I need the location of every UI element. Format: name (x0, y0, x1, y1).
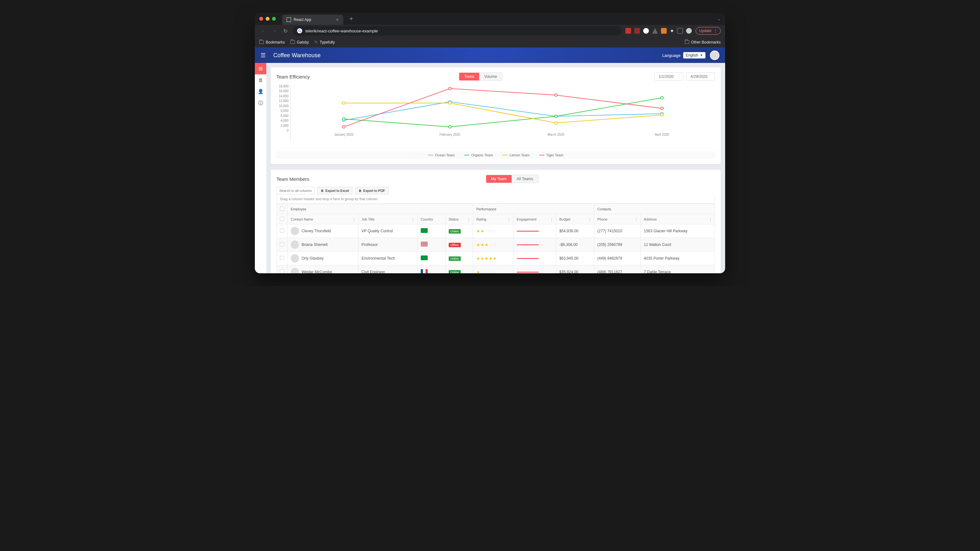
col-address[interactable]: Address⋮ (641, 214, 715, 225)
export-excel-button[interactable]: 🗎Export to Excel (317, 187, 352, 194)
row-checkbox[interactable] (280, 269, 284, 273)
app-root: ☰ Coffee Warehouse Language English ▼ ⊞ … (255, 48, 725, 273)
sidebar-item-info[interactable]: ⓘ (255, 97, 266, 109)
sidebar-item-dashboard[interactable]: ⊞ (255, 63, 266, 74)
job-title: VP Quality Control (358, 225, 417, 238)
date-to-input[interactable]: 4/29/2020 (686, 72, 715, 81)
extension-icon[interactable] (661, 28, 667, 34)
svg-point-10 (555, 122, 557, 124)
job-title: Professor (358, 238, 417, 252)
nav-toolbar: ← → ↻ G telerik/react-coffee-warehouse-e… (255, 25, 725, 37)
search-input[interactable] (277, 187, 315, 194)
date-from-input[interactable]: 1/1/2020 (655, 72, 683, 81)
column-menu-icon[interactable]: ⋮ (411, 217, 415, 222)
group-drop-area[interactable]: Drag a column header and drop it here to… (277, 194, 715, 204)
sidebar-item-calendar[interactable]: 🗓 (255, 74, 266, 86)
column-menu-icon[interactable]: ⋮ (634, 217, 638, 222)
maximize-window-icon[interactable] (272, 17, 276, 21)
profile-avatar-icon[interactable] (686, 28, 692, 34)
employee-avatar (291, 268, 299, 273)
update-button[interactable]: Update ⋮ (695, 27, 721, 35)
row-checkbox[interactable] (280, 242, 284, 246)
device-icon[interactable] (677, 28, 683, 34)
col-status[interactable]: Status⋮ (445, 214, 473, 225)
extensions-menu-icon[interactable]: ✦ (670, 28, 674, 34)
url-text: telerik/react-coffee-warehouse-example (305, 29, 378, 33)
site-icon: G (297, 28, 302, 33)
browser-window: React App × + ⌄ ← → ↻ G telerik/react-co… (255, 13, 725, 273)
tab-list-icon[interactable]: ⌄ (717, 16, 721, 21)
column-menu-icon[interactable]: ⋮ (549, 217, 554, 222)
col-title[interactable]: Job Title⋮ (358, 214, 417, 225)
column-group-header-row: Employee Performance Contacts (277, 204, 715, 214)
bookmark-item[interactable]: ✎Typefully (315, 40, 335, 45)
country-flag-icon (421, 242, 428, 247)
export-pdf-button[interactable]: 🗎Export to PDF (355, 187, 389, 194)
my-team-tab[interactable]: My Team (486, 175, 512, 183)
menu-icon[interactable]: ☰ (261, 52, 266, 59)
user-avatar[interactable] (710, 51, 719, 60)
column-header-row: Contact Name⋮ Job Title⋮ Country Status⋮… (277, 214, 715, 225)
main-content: Team Efficiency Trend Volume 1/1/2020 4/… (266, 63, 725, 273)
column-menu-icon[interactable]: ⋮ (352, 217, 356, 222)
browser-tab[interactable]: React App × (282, 14, 343, 25)
column-menu-icon[interactable]: ⋮ (466, 217, 471, 222)
title-bar: React App × + ⌄ (255, 13, 725, 25)
folder-icon (685, 40, 689, 44)
engagement-bar (517, 244, 539, 245)
svg-point-7 (661, 97, 663, 99)
budget-value: $63,945.00 (556, 252, 594, 265)
col-group-contacts: Contacts (594, 204, 715, 214)
col-phone[interactable]: Phone⋮ (594, 214, 640, 225)
col-budget[interactable]: Budget⋮ (556, 214, 594, 225)
row-checkbox[interactable] (280, 256, 284, 260)
reload-button[interactable]: ↻ (282, 27, 289, 35)
extension-icon[interactable] (652, 28, 658, 34)
url-bar[interactable]: G telerik/react-coffee-warehouse-example (293, 26, 622, 36)
table-row[interactable]: Clevey Thursfield VP Quality Control Onl… (277, 225, 715, 238)
employee-avatar (291, 227, 299, 235)
other-bookmarks[interactable]: Other Bookmarks (685, 40, 721, 45)
table-row[interactable]: Orly Glasbey Environmental Tech Online ★… (277, 252, 715, 265)
close-window-icon[interactable] (259, 17, 263, 21)
trend-tab[interactable]: Trend (459, 73, 479, 80)
col-contact[interactable]: Contact Name⋮ (288, 214, 358, 225)
select-all-checkbox[interactable] (280, 207, 284, 211)
col-engagement[interactable]: Engagement⋮ (513, 214, 556, 225)
all-teams-tab[interactable]: All Teams (512, 175, 538, 183)
col-rating[interactable]: Rating⋮ (473, 214, 513, 225)
forward-button[interactable]: → (271, 27, 278, 35)
phone-value: (449) 8482879 (594, 252, 640, 265)
table-row[interactable]: Briana Shemelt Professor Offline ★★★☆☆ -… (277, 238, 715, 252)
column-menu-icon[interactable]: ⋮ (507, 217, 511, 222)
col-country[interactable]: Country (417, 214, 445, 225)
bookmark-folder[interactable]: Bookmarks (259, 40, 285, 45)
sidebar-item-user[interactable]: 👤 (255, 86, 266, 97)
extension-icon[interactable] (643, 28, 649, 34)
table-row[interactable]: Weidar McCombe Civil Engineer Online ★☆☆… (277, 265, 715, 274)
svg-point-4 (342, 118, 345, 120)
country-flag-icon (421, 255, 428, 260)
minimize-window-icon[interactable] (266, 17, 269, 21)
status-badge: Offline (449, 243, 461, 247)
svg-point-8 (342, 102, 345, 104)
column-menu-icon[interactable]: ⋮ (708, 217, 713, 222)
row-checkbox[interactable] (280, 228, 284, 233)
back-button[interactable]: ← (259, 27, 267, 35)
phone-value: (205) 2560799 (594, 238, 640, 252)
new-tab-button[interactable]: + (350, 15, 353, 22)
volume-tab[interactable]: Volume (479, 73, 502, 80)
close-tab-icon[interactable]: × (336, 17, 339, 22)
select-all-checkbox[interactable] (280, 217, 284, 221)
x-axis: January 2020February 2020March 2020April… (291, 133, 715, 136)
address-value: 4035 Porter Parkway (641, 252, 715, 265)
col-group-employee: Employee (288, 204, 473, 214)
extension-icon[interactable] (634, 28, 640, 34)
extension-icon[interactable] (625, 28, 631, 34)
column-menu-icon[interactable]: ⋮ (587, 217, 592, 222)
bookmark-folder[interactable]: Gatsby (290, 40, 309, 45)
employee-avatar (291, 254, 299, 263)
card-title: Team Efficiency (277, 74, 310, 80)
svg-point-9 (449, 102, 451, 104)
language-select[interactable]: English ▼ (683, 52, 705, 59)
